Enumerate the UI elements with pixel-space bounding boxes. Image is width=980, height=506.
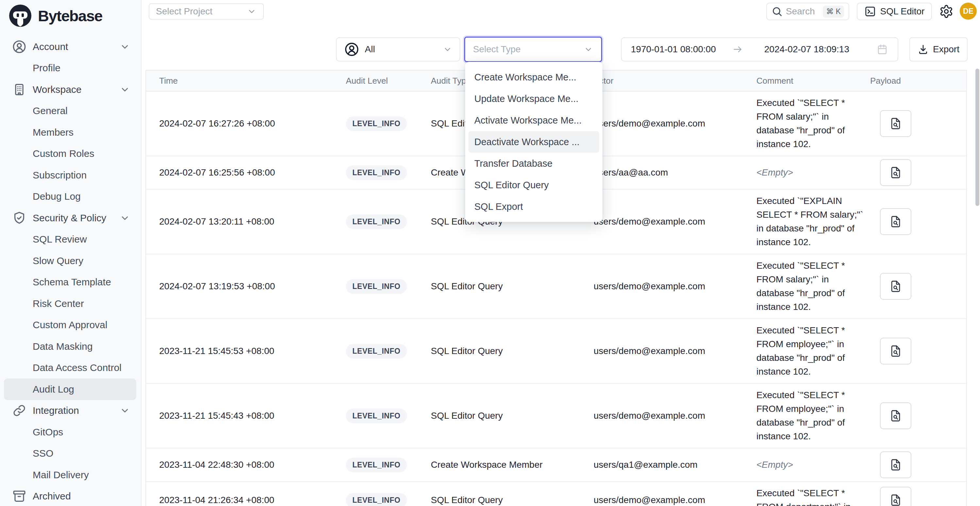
avatar[interactable]: DE: [960, 3, 977, 20]
cell-payload: [870, 208, 967, 235]
sidebar-item-label: Custom Approval: [33, 319, 107, 331]
cell-audit-level: LEVEL_INFO: [331, 165, 416, 180]
filesearch-icon: [889, 215, 902, 229]
cell-actor: users/demo@example.com: [579, 118, 743, 129]
payload-view-button[interactable]: [880, 208, 912, 235]
filesearch-icon: [889, 280, 902, 293]
cell-comment: <Empty>: [743, 453, 870, 476]
sql-editor-button[interactable]: SQL Editor: [857, 3, 932, 20]
level-badge: LEVEL_INFO: [346, 458, 407, 473]
export-button[interactable]: Export: [909, 37, 967, 62]
sidebar-item-debug-log[interactable]: Debug Log: [4, 186, 136, 208]
sidebar-item-integration[interactable]: Integration: [4, 400, 136, 422]
sidebar-item-account[interactable]: Account: [4, 36, 136, 57]
filesearch-icon: [889, 493, 902, 506]
level-badge: LEVEL_INFO: [346, 215, 407, 229]
cell-audit-type: SQL Editor Query: [416, 281, 579, 291]
sidebar-item-risk-center[interactable]: Risk Center: [4, 293, 136, 315]
audit-log-page: Bytebase AccountProfileWorkspaceGeneralM…: [0, 0, 980, 506]
cell-comment: Executed `"EXPLAIN SELECT * FROM salary;…: [743, 189, 870, 254]
sidebar-item-security-policy[interactable]: Security & Policy: [4, 207, 136, 229]
filesearch-icon: [889, 409, 902, 423]
payload-view-button[interactable]: [880, 110, 912, 137]
sidebar-item-label: SQL Review: [33, 234, 87, 245]
menu-item-sql-editor-query[interactable]: SQL Editor Query: [468, 174, 599, 196]
cell-audit-level: LEVEL_INFO: [331, 493, 416, 506]
vertical-scrollbar-thumb[interactable]: [975, 68, 979, 206]
sidebar-item-general[interactable]: General: [4, 100, 136, 122]
cell-audit-level: LEVEL_INFO: [331, 116, 416, 131]
date-range-picker[interactable]: 1970-01-01 08:00:00 2024-02-07 18:09:13: [621, 37, 898, 62]
search-input[interactable]: Search ⌘ K: [766, 3, 849, 20]
cell-payload: [870, 110, 967, 137]
cell-actor: users/demo@example.com: [579, 281, 743, 291]
sidebar-item-gitops[interactable]: GitOps: [4, 421, 136, 443]
sidebar-nav: AccountProfileWorkspaceGeneralMembersCus…: [0, 36, 141, 506]
sidebar-item-schema-template[interactable]: Schema Template: [4, 272, 136, 293]
chevron-down-icon: [442, 45, 452, 54]
sidebar-item-sql-review[interactable]: SQL Review: [4, 229, 136, 250]
search-shortcut-kbd: ⌘ K: [823, 6, 844, 18]
sidebar-item-slow-query[interactable]: Slow Query: [4, 250, 136, 272]
table-row: 2024-02-07 13:19:53 +08:00LEVEL_INFOSQL …: [146, 254, 966, 319]
type-filter-select[interactable]: Select Type: [464, 37, 602, 62]
table-row: 2023-11-04 21:26:34 +08:00LEVEL_INFOSQL …: [146, 482, 966, 506]
sidebar-item-label: Schema Template: [33, 277, 111, 288]
calendar-icon: [876, 43, 888, 56]
filesearch-icon: [889, 458, 902, 472]
export-label: Export: [933, 44, 959, 54]
sidebar-item-label: SSO: [33, 448, 53, 459]
sidebar-item-subscription[interactable]: Subscription: [4, 164, 136, 186]
column-header-audit-level: Audit Level: [331, 76, 416, 86]
search-icon: [772, 6, 783, 17]
arrow-right-icon: [732, 44, 743, 55]
sidebar-item-custom-roles[interactable]: Custom Roles: [4, 143, 136, 165]
sidebar-item-profile[interactable]: Profile: [4, 57, 136, 79]
cell-payload: [870, 403, 967, 429]
actor-filter-select[interactable]: All: [336, 37, 460, 62]
payload-view-button[interactable]: [880, 452, 912, 478]
project-select[interactable]: Select Project: [149, 3, 264, 20]
sidebar-item-label: Members: [33, 127, 73, 138]
cell-actor: users/demo@example.com: [579, 495, 743, 505]
menu-item-deactivate-workspace[interactable]: Deactivate Workspace ...: [468, 131, 599, 153]
comment-text: Executed `"EXPLAIN SELECT * FROM salary;…: [756, 196, 863, 247]
cell-time: 2024-02-07 16:25:56 +08:00: [146, 167, 331, 178]
settings-gear-button[interactable]: [937, 3, 955, 20]
sidebar-item-data-masking[interactable]: Data Masking: [4, 336, 136, 357]
chevron-down-icon: [247, 6, 257, 16]
level-badge: LEVEL_INFO: [346, 279, 407, 294]
sidebar-item-mail-delivery[interactable]: Mail Delivery: [4, 464, 136, 486]
sidebar-item-label: Risk Center: [33, 298, 84, 309]
cell-payload: [870, 159, 967, 186]
sidebar-item-data-access-control[interactable]: Data Access Control: [4, 357, 136, 379]
comment-empty: <Empty>: [756, 460, 793, 470]
menu-item-transfer-database[interactable]: Transfer Database: [468, 153, 599, 174]
payload-view-button[interactable]: [880, 403, 912, 429]
comment-text: Executed `"SELECT * FROM employee;"` in …: [756, 390, 845, 441]
menu-item-update-workspace-me[interactable]: Update Workspace Me...: [468, 88, 599, 110]
payload-view-button[interactable]: [880, 487, 912, 506]
payload-view-button[interactable]: [880, 273, 912, 300]
sidebar-item-archived[interactable]: Archived: [4, 486, 136, 506]
sidebar-item-workspace[interactable]: Workspace: [4, 79, 136, 100]
sidebar-item-members[interactable]: Members: [4, 122, 136, 143]
menu-item-create-workspace-me[interactable]: Create Workspace Me...: [468, 66, 599, 88]
comment-text: Executed `"SELECT * FROM salary;"` in da…: [756, 261, 845, 312]
sidebar-item-sso[interactable]: SSO: [4, 443, 136, 465]
sidebar-item-label: Debug Log: [33, 191, 81, 202]
cell-comment: Executed `"SELECT * FROM department;"` i…: [743, 482, 870, 506]
sidebar-item-label: Account: [33, 41, 68, 52]
brand-name: Bytebase: [38, 7, 102, 25]
chevron-down-icon: [119, 405, 130, 416]
menu-item-activate-workspace-me[interactable]: Activate Workspace Me...: [468, 110, 599, 131]
cell-comment: Executed `"SELECT * FROM salary;"` in da…: [743, 254, 870, 318]
chevron-down-icon: [119, 212, 130, 224]
menu-item-sql-export[interactable]: SQL Export: [468, 196, 599, 217]
cell-comment: Executed `"SELECT * FROM employee;"` in …: [743, 319, 870, 383]
cell-time: 2023-11-21 15:45:43 +08:00: [146, 411, 331, 421]
payload-view-button[interactable]: [880, 159, 912, 186]
sidebar-item-custom-approval[interactable]: Custom Approval: [4, 315, 136, 336]
sidebar-item-audit-log[interactable]: Audit Log: [4, 379, 136, 400]
payload-view-button[interactable]: [880, 338, 912, 364]
